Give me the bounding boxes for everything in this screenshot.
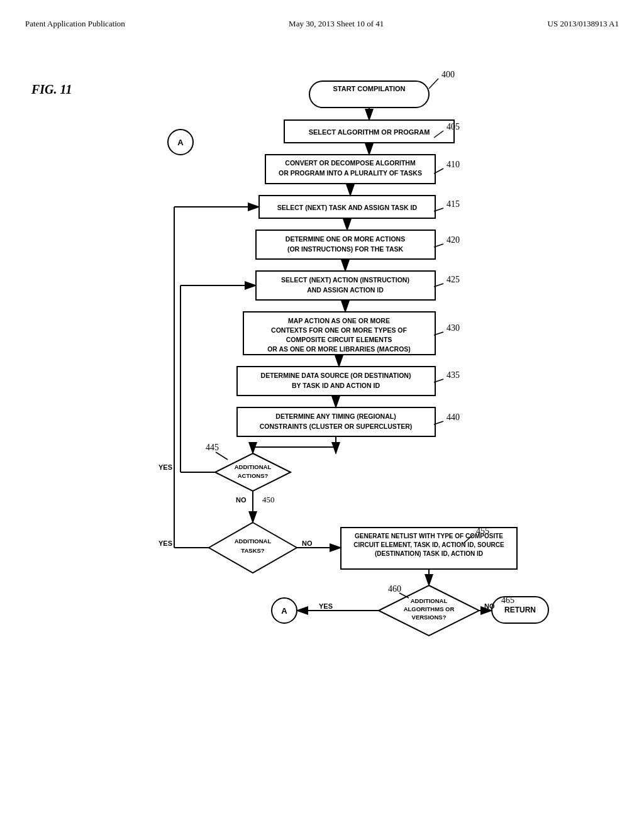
ref-440: 440 xyxy=(447,412,460,422)
node-460-label-3: VERSIONS? xyxy=(412,614,447,621)
node-430-label-2: CONTEXTS FOR ONE OR MORE TYPES OF xyxy=(271,326,407,334)
node-435-label-1: DETERMINE DATA SOURCE (OR DESTINATION) xyxy=(261,372,411,379)
node-425 xyxy=(256,271,435,300)
node-405-label: SELECT ALGORITHM OR PROGRAM xyxy=(309,128,430,136)
diagram-area: FIG. 11 400 START COMPILATION 405 SELECT… xyxy=(25,45,619,799)
ref-415: 415 xyxy=(447,199,460,209)
header-right: US 2013/0138913 A1 xyxy=(548,19,619,29)
figure-label: FIG. 11 xyxy=(31,82,72,97)
node-445-label-2: ACTIONS? xyxy=(238,472,269,479)
node-460-label-1: ADDITIONAL xyxy=(411,597,448,604)
connector-a-bottom-label: A xyxy=(281,606,287,616)
node-415-label: SELECT (NEXT) TASK AND ASSIGN TASK ID xyxy=(277,204,418,211)
node-420-label-2: (OR INSTRUCTIONS) FOR THE TASK xyxy=(287,245,404,253)
ref-400-line xyxy=(429,79,438,89)
node-460-label-2: ALGORITHMS OR xyxy=(404,606,455,612)
connector-a-top-label: A xyxy=(177,138,184,147)
yes-label-tasks: YES xyxy=(158,540,172,547)
node-425-label-2: AND ASSIGN ACTION ID xyxy=(307,286,384,294)
node-425-label-1: SELECT (NEXT) ACTION (INSTRUCTION) xyxy=(281,276,409,284)
node-return-label: RETURN xyxy=(504,606,536,614)
node-440-label-1: DETERMINE ANY TIMING (REGIONAL) xyxy=(275,412,396,420)
node-430-label-1: MAP ACTION AS ONE OR MORE xyxy=(288,317,390,324)
no-label-tasks: NO xyxy=(302,540,313,547)
node-420-label-1: DETERMINE ONE OR MORE ACTIONS xyxy=(286,235,405,243)
ref-400: 400 xyxy=(441,70,455,79)
node-420 xyxy=(256,230,435,259)
ref-405-line xyxy=(434,131,443,138)
yes-label-445: YES xyxy=(158,463,172,471)
node-435-label-2: BY TASK ID AND ACTION ID xyxy=(292,382,380,389)
node-455-label-3: (DESTINATION) TASK ID, ACTION ID xyxy=(375,550,483,557)
yes-label-460: YES xyxy=(319,602,333,610)
node-430-label-4: OR AS ONE OR MORE LIBRARIES (MACROS) xyxy=(267,345,411,353)
node-440-label-2: CONSTRAINTS (CLUSTER OR SUPERCLUSTER) xyxy=(260,423,413,430)
ref-435: 435 xyxy=(447,370,460,380)
flowchart-svg: 400 START COMPILATION 405 SELECT ALGORIT… xyxy=(77,45,567,799)
node-440 xyxy=(237,407,435,436)
no-label-445: NO xyxy=(236,496,247,504)
node-410-label-2: OR PROGRAM INTO A PLURALITY OF TASKS xyxy=(279,169,422,177)
node-tasks-label-1: ADDITIONAL xyxy=(235,538,272,545)
page: Patent Application Publication May 30, 2… xyxy=(0,0,644,830)
ref-450: 450 xyxy=(262,495,275,504)
ref-445: 445 xyxy=(206,443,219,452)
node-tasks-label-2: TASKS? xyxy=(241,547,264,554)
start-label-1: START COMPILATION xyxy=(333,85,405,92)
header-center: May 30, 2013 Sheet 10 of 41 xyxy=(289,19,384,29)
ref-445-line xyxy=(216,452,228,460)
ref-430: 430 xyxy=(447,323,460,333)
ref-410: 410 xyxy=(447,160,460,169)
ref-460: 460 xyxy=(388,584,401,594)
header-left: Patent Application Publication xyxy=(25,19,125,29)
ref-425: 425 xyxy=(447,275,460,284)
node-430-label-3: COMPOSITE CIRCUIT ELEMENTS xyxy=(286,336,392,343)
node-455-label-2: CIRCUIT ELEMENT, TASK ID, ACTION ID, SOU… xyxy=(353,541,504,548)
node-410-label-1: CONVERT OR DECOMPOSE ALGORITHM xyxy=(285,159,416,167)
page-header: Patent Application Publication May 30, 2… xyxy=(25,13,619,32)
node-455-label-1: GENERATE NETLIST WITH TYPE OF COMPOSITE xyxy=(355,533,503,540)
ref-420: 420 xyxy=(447,235,460,245)
ref-405: 405 xyxy=(447,122,460,131)
node-445-label-1: ADDITIONAL xyxy=(235,463,272,470)
node-435 xyxy=(237,367,435,396)
